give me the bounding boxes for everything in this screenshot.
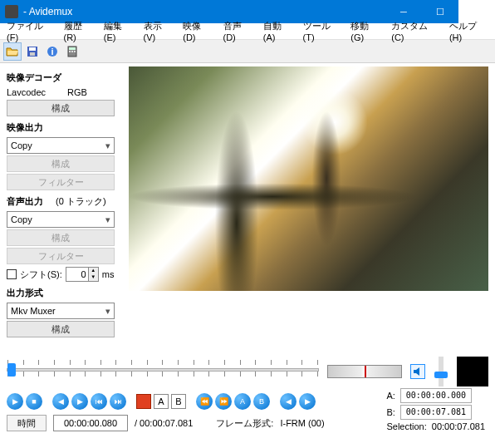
audio-codec-value: Copy	[11, 214, 32, 224]
marker-b-value: 00:00:07.081	[400, 405, 472, 420]
open-button[interactable]	[3, 42, 22, 61]
shift-value: 0	[66, 268, 88, 281]
info-icon: i	[46, 45, 59, 58]
svg-rect-6	[69, 47, 76, 50]
set-marker-b-button[interactable]: B	[171, 394, 186, 409]
menu-audio[interactable]: 音声(D)	[218, 18, 258, 44]
delete-button[interactable]	[136, 394, 151, 409]
audio-filter-button[interactable]: フィルター	[7, 248, 115, 264]
app-icon	[5, 5, 18, 18]
volume-thumb[interactable]	[434, 372, 448, 378]
menu-go[interactable]: 移動(G)	[346, 18, 386, 44]
audio-configure-button[interactable]: 構成	[7, 229, 115, 246]
menu-file[interactable]: ファイル(F)	[2, 18, 59, 44]
chevron-down-icon[interactable]: ▼	[88, 274, 98, 281]
window-title: - Avidemux	[23, 6, 385, 17]
menu-recent[interactable]: 履歴(R)	[59, 18, 99, 44]
prev-keyframe-button[interactable]: ⏮	[91, 393, 107, 410]
prev-frame-button[interactable]: ◀	[52, 393, 69, 410]
marker-a-value: 00:00:00.000	[400, 388, 472, 403]
sidebar: 映像デコーダ Lavcodec RGB 構成 映像出力 Copy 構成 フィルタ…	[0, 63, 129, 352]
folder-open-icon	[6, 45, 19, 58]
output-format-value: Mkv Muxer	[11, 306, 56, 316]
menu-view[interactable]: 表示(V)	[139, 18, 179, 44]
video-filter-button[interactable]: フィルター	[7, 174, 115, 190]
svg-text:i: i	[51, 47, 53, 57]
timeline-slider[interactable]	[7, 360, 319, 383]
set-marker-a-button[interactable]: A	[154, 394, 169, 409]
video-codec-value: Copy	[11, 140, 32, 150]
menu-video[interactable]: 映像(D)	[178, 18, 218, 44]
video-codec-select[interactable]: Copy	[7, 137, 115, 154]
frame-type-label: フレーム形式:	[216, 417, 273, 430]
menu-auto[interactable]: 自動(A)	[258, 18, 298, 44]
video-configure-button[interactable]: 構成	[7, 155, 115, 172]
chevron-up-icon[interactable]: ▲	[88, 268, 98, 274]
output-format-heading: 出力形式	[7, 287, 122, 299]
shift-checkbox[interactable]	[7, 269, 17, 279]
menu-tools[interactable]: ツール(T)	[298, 18, 346, 44]
menubar: ファイル(F) 履歴(R) 編集(E) 表示(V) 映像(D) 音声(D) 自動…	[0, 23, 495, 40]
goto-end-button[interactable]: ⏩	[215, 393, 232, 410]
timeline-thumb[interactable]	[7, 363, 16, 377]
menu-help[interactable]: ヘルプ(H)	[444, 18, 493, 44]
selection-label: Selection:	[386, 421, 426, 431]
svg-rect-8	[71, 51, 73, 52]
goto-marker-b-button[interactable]: B	[253, 393, 270, 410]
audio-preview	[457, 357, 488, 386]
calculator-button[interactable]	[63, 42, 81, 61]
audio-tracks-count: (0 トラック)	[56, 196, 106, 206]
selection-panel: A:00:00:00.000 B:00:00:07.081 Selection:…	[386, 386, 485, 433]
decoder-colorspace: RGB	[67, 87, 87, 97]
svg-rect-9	[74, 51, 76, 52]
decoder-configure-button[interactable]: 構成	[7, 100, 115, 116]
next-black-frame-button[interactable]: ▶	[299, 393, 316, 410]
prev-black-frame-button[interactable]: ◀	[280, 393, 297, 410]
speaker-icon	[411, 365, 424, 378]
video-preview	[129, 66, 488, 291]
menu-edit[interactable]: 編集(E)	[99, 18, 139, 44]
next-keyframe-button[interactable]: ⏭	[110, 393, 126, 410]
nav-wheel[interactable]	[327, 365, 402, 378]
decoder-heading: 映像デコーダ	[7, 71, 122, 84]
marker-b-label: B:	[386, 407, 395, 417]
audio-out-heading: 音声出力 (0 トラック)	[7, 195, 122, 208]
floppy-icon	[26, 45, 39, 58]
audio-codec-select[interactable]: Copy	[7, 211, 115, 228]
next-frame-button[interactable]: ▶	[71, 393, 88, 410]
selection-value: 00:00:07.081	[432, 421, 485, 431]
decoder-codec: Lavcodec	[7, 87, 46, 97]
shift-label: シフト(S):	[20, 268, 62, 281]
total-time: / 00:00:07.081	[135, 418, 193, 428]
svg-rect-2	[30, 52, 35, 56]
save-button[interactable]	[23, 42, 42, 61]
time-label-button[interactable]: 時間	[7, 415, 47, 431]
calculator-icon	[66, 45, 79, 58]
play-button[interactable]: ▶	[7, 393, 23, 410]
svg-rect-7	[69, 51, 71, 52]
svg-rect-1	[29, 47, 36, 51]
frame-type-value: I-FRM (00)	[280, 418, 324, 428]
menu-custom[interactable]: カスタム(C)	[386, 18, 444, 44]
shift-spinner[interactable]: 0 ▲▼	[66, 267, 99, 282]
stop-button[interactable]: ■	[26, 393, 42, 410]
goto-start-button[interactable]: ⏪	[196, 393, 213, 410]
output-configure-button[interactable]: 構成	[7, 321, 115, 337]
info-button[interactable]: i	[43, 42, 61, 61]
marker-a-label: A:	[386, 391, 395, 401]
video-out-heading: 映像出力	[7, 121, 122, 134]
volume-button[interactable]	[410, 364, 425, 379]
volume-slider[interactable]	[439, 357, 444, 386]
goto-marker-a-button[interactable]: A	[234, 393, 251, 410]
shift-unit: ms	[102, 269, 115, 279]
preview-panel	[129, 63, 495, 352]
current-time-field[interactable]: 00:00:00.080	[53, 415, 128, 431]
output-format-select[interactable]: Mkv Muxer	[7, 303, 115, 319]
